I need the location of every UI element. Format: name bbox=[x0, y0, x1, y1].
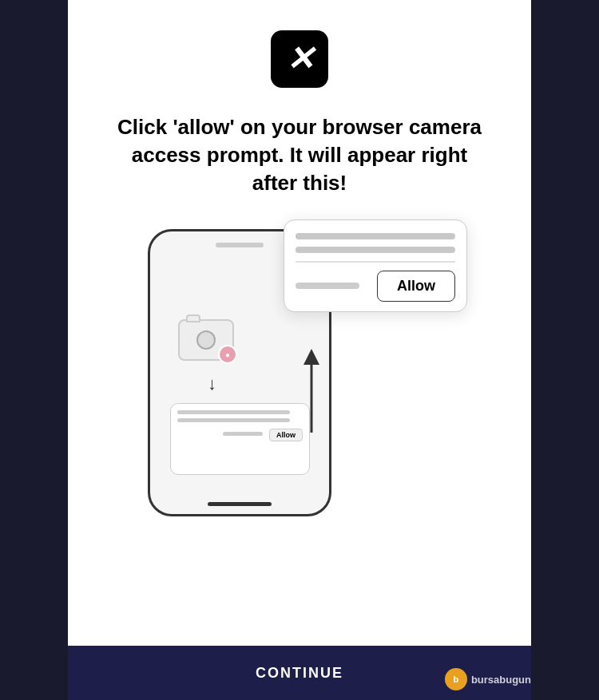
svg-marker-0 bbox=[303, 349, 319, 365]
allow-button[interactable]: Allow bbox=[377, 271, 455, 302]
small-dialog-line1 bbox=[177, 410, 290, 414]
camera-icon-wrapper: ● bbox=[178, 319, 242, 371]
app-logo: ✕ bbox=[271, 30, 328, 88]
arrow-up-container bbox=[292, 345, 331, 441]
side-bar-right bbox=[531, 0, 599, 700]
watermark-text: bursabugun bbox=[471, 674, 531, 686]
phone-bottom-bar bbox=[208, 502, 272, 506]
dialog-line-2 bbox=[296, 247, 455, 253]
dialog-bottom-row: Allow bbox=[296, 271, 455, 302]
small-dialog-line2 bbox=[177, 418, 290, 422]
camera-badge: ● bbox=[218, 345, 237, 364]
arrow-down-icon: ↓ bbox=[208, 374, 216, 394]
small-permission-dialog: Allow bbox=[170, 403, 310, 475]
content-area: ✕ Click 'allow' on your browser camera a… bbox=[68, 0, 531, 700]
small-dialog-buttons: Allow bbox=[177, 429, 303, 441]
phone-notch bbox=[216, 243, 264, 247]
small-cancel-line bbox=[223, 432, 263, 436]
camera-badge-inner: ● bbox=[220, 346, 236, 362]
watermark: b bursabugun bbox=[445, 668, 531, 690]
side-bar-left bbox=[0, 0, 68, 700]
watermark-logo: b bbox=[445, 668, 467, 690]
arrow-up-icon bbox=[292, 345, 331, 441]
camera-body: ● bbox=[178, 319, 234, 361]
camera-lens bbox=[196, 330, 216, 350]
page-heading: Click 'allow' on your browser camera acc… bbox=[68, 113, 531, 197]
dialog-line-1 bbox=[296, 233, 455, 239]
x-logo-icon: ✕ bbox=[286, 42, 314, 76]
continue-button-label: CONTINUE bbox=[256, 665, 343, 682]
illustration: ● ↓ Allow bbox=[132, 213, 467, 532]
camera-bump bbox=[186, 314, 200, 322]
dialog-cancel-line bbox=[296, 283, 359, 289]
dialog-separator bbox=[296, 261, 455, 263]
permission-dialog: Allow bbox=[284, 219, 467, 312]
